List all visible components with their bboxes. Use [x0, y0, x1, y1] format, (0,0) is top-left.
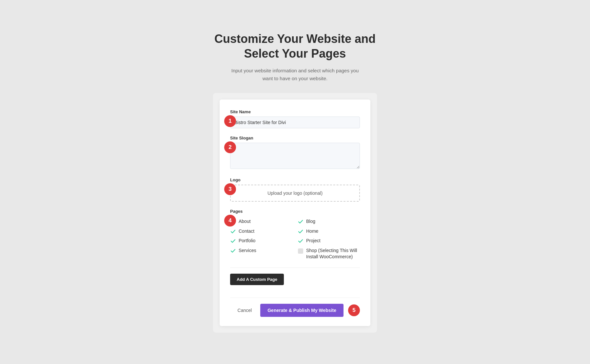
site-name-field-group: 1 Site Name [230, 109, 360, 128]
site-slogan-field-group: 2 Site Slogan [230, 136, 360, 170]
pages-field-group: 4 Pages About [230, 209, 360, 260]
svg-rect-0 [298, 248, 303, 254]
page-item-services[interactable]: Services [230, 247, 292, 260]
project-label: Project [306, 238, 321, 244]
logo-upload-area[interactable]: Upload your logo (optional) [230, 185, 360, 202]
logo-field-group: 3 Logo Upload your logo (optional) [230, 177, 360, 202]
site-slogan-input[interactable] [230, 143, 360, 169]
page-item-portfolio[interactable]: Portfolio [230, 238, 292, 244]
pages-label: Pages [230, 209, 360, 214]
cancel-button[interactable]: Cancel [234, 305, 256, 316]
portfolio-label: Portfolio [239, 238, 255, 244]
page-item-shop[interactable]: Shop (Selecting This Will Install WooCom… [298, 247, 360, 260]
home-label: Home [306, 228, 318, 235]
page-title: Customize Your Website and Select Your P… [214, 31, 376, 61]
step-badge-4: 4 [224, 215, 236, 227]
services-label: Services [239, 247, 256, 254]
site-name-label: Site Name [230, 109, 360, 114]
blog-label: Blog [306, 218, 315, 225]
logo-upload-text: Upload your logo (optional) [267, 191, 323, 196]
blog-check-icon [298, 219, 304, 225]
logo-label: Logo [230, 177, 360, 182]
actions-row: Cancel Generate & Publish My Website 5 [230, 304, 360, 317]
page-item-contact[interactable]: Contact [230, 228, 292, 235]
shop-check-icon [298, 248, 304, 254]
divider [230, 267, 360, 268]
services-check-icon [230, 248, 236, 254]
pages-grid: About Blog [230, 218, 360, 260]
home-check-icon [298, 228, 304, 234]
page-subtitle: Input your website information and selec… [226, 67, 364, 82]
form-card-wrapper: 1 Site Name 2 Site Slogan 3 Logo [213, 93, 377, 333]
portfolio-check-icon [230, 238, 236, 244]
site-name-input[interactable] [230, 117, 360, 128]
add-custom-page-button[interactable]: Add A Custom Page [230, 274, 284, 285]
shop-label: Shop (Selecting This Will Install WooCom… [306, 247, 360, 260]
project-check-icon [298, 238, 304, 244]
step-badge-1: 1 [224, 115, 236, 127]
site-slogan-label: Site Slogan [230, 136, 360, 140]
page-item-project[interactable]: Project [298, 238, 360, 244]
generate-publish-button[interactable]: Generate & Publish My Website [260, 304, 344, 317]
about-label: About [239, 218, 251, 225]
page-wrapper: Customize Your Website and Select Your P… [148, 31, 442, 333]
page-item-blog[interactable]: Blog [298, 218, 360, 225]
step-badge-2: 2 [224, 141, 236, 153]
form-card: 1 Site Name 2 Site Slogan 3 Logo [220, 100, 370, 326]
divider-2 [230, 298, 360, 298]
contact-label: Contact [239, 228, 254, 235]
page-item-home[interactable]: Home [298, 228, 360, 235]
step-badge-5: 5 [348, 304, 360, 316]
page-item-about[interactable]: About [230, 218, 292, 225]
step-badge-3: 3 [224, 183, 236, 195]
contact-check-icon [230, 228, 236, 234]
